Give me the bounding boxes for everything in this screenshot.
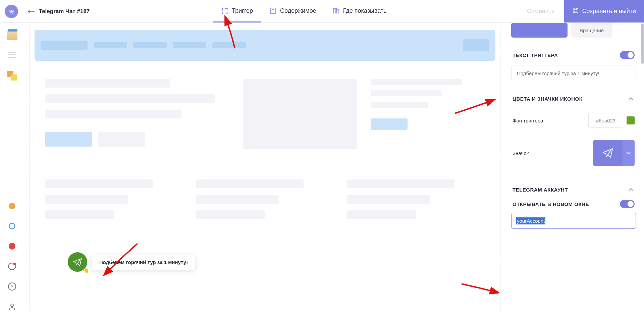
- chevron-up-icon[interactable]: [627, 95, 635, 102]
- squares-icon: [7, 71, 17, 81]
- tab-where[interactable]: Где показывать: [324, 0, 395, 22]
- sidebar-item-user[interactable]: [7, 301, 17, 312]
- user-icon: [8, 303, 16, 311]
- dot-orange-icon: [9, 203, 15, 209]
- trigger-bubble[interactable]: 👆: [68, 252, 87, 272]
- save-button[interactable]: Сохранить и выйти: [564, 0, 644, 22]
- svg-point-4: [226, 12, 228, 14]
- save-icon: [572, 7, 579, 15]
- scrollbar[interactable]: [641, 23, 644, 64]
- tab-trigger[interactable]: Триггер: [213, 0, 261, 22]
- back-arrow-icon[interactable]: [27, 7, 36, 16]
- tab-label: Где показывать: [343, 7, 387, 14]
- tab-content[interactable]: Содержимое: [261, 0, 324, 22]
- trigger-icon: [221, 7, 228, 14]
- where-icon: [332, 7, 340, 14]
- page-title: Telegram Чат #187: [39, 8, 90, 15]
- toggle-trigger-text[interactable]: [620, 51, 635, 59]
- trigger-widget-preview[interactable]: 👆 Подберем горячий тур за 1 минуту!: [68, 252, 195, 272]
- trigger-text-preview: Подберем горячий тур за 1 минуту!: [92, 255, 195, 270]
- icon-label: Значок: [513, 150, 529, 156]
- lines-icon: [8, 52, 16, 59]
- settings-panel: Вращение ТЕКСТ ТРИГГЕРА ЦВЕТА И ЗНАЧКИ И…: [506, 23, 641, 312]
- dot-red-icon: [9, 243, 15, 250]
- telegram-icon: [602, 147, 613, 159]
- sidebar-item-orange[interactable]: [7, 201, 17, 211]
- chevron-down-icon: [626, 152, 631, 154]
- ring-blue-icon: [9, 223, 15, 229]
- cursor-icon: 👆: [83, 267, 89, 273]
- section-new-window: ОТКРЫВАТЬ В НОВОМ ОКНЕ: [513, 201, 589, 207]
- left-sidebar: ?: [0, 23, 24, 312]
- chip-appearance[interactable]: [511, 23, 568, 38]
- telegram-account-input[interactable]: yourAccount: [511, 213, 636, 229]
- toggle-new-window[interactable]: [620, 200, 635, 208]
- svg-point-2: [226, 8, 228, 9]
- help-icon: ?: [8, 282, 16, 291]
- section-telegram-account: TELEGRAM АККАУНТ: [513, 187, 568, 193]
- bg-color-hex-input[interactable]: [588, 113, 623, 128]
- box-icon: [7, 31, 17, 40]
- user-avatar[interactable]: my: [5, 5, 18, 18]
- icon-dropdown[interactable]: [623, 140, 635, 166]
- sidebar-item-lines[interactable]: [7, 50, 17, 61]
- tab-label: Триггер: [232, 7, 253, 14]
- sidebar-item-ring[interactable]: [7, 221, 17, 231]
- sidebar-item-box[interactable]: [7, 30, 17, 41]
- svg-point-1: [222, 8, 223, 9]
- sidebar-item-red[interactable]: [7, 241, 17, 252]
- chip-rotation[interactable]: Вращение: [571, 23, 612, 38]
- section-trigger-text: ТЕКСТ ТРИГГЕРА: [513, 52, 558, 58]
- sidebar-item-help[interactable]: ?: [7, 281, 17, 292]
- svg-rect-0: [222, 8, 227, 13]
- account-value: yourAccount: [516, 217, 545, 224]
- svg-point-3: [222, 12, 223, 14]
- cancel-button[interactable]: Отменить: [518, 0, 564, 22]
- chat-icon: [8, 263, 16, 270]
- sidebar-item-colored[interactable]: [7, 70, 17, 81]
- telegram-icon: [73, 257, 82, 267]
- tab-label: Содержимое: [280, 7, 316, 14]
- save-label: Сохранить и выйти: [582, 8, 636, 15]
- trigger-text-input[interactable]: [511, 65, 636, 81]
- bg-color-swatch[interactable]: [627, 116, 635, 124]
- sidebar-item-chat[interactable]: [7, 261, 17, 272]
- svg-point-8: [11, 304, 13, 307]
- placeholder-banner: [35, 30, 495, 61]
- section-colors: ЦВЕТА И ЗНАЧКИ ИКОНОК: [513, 96, 582, 102]
- bg-color-label: Фон триггера: [513, 118, 543, 123]
- content-icon: [269, 7, 277, 14]
- icon-preview[interactable]: [593, 140, 623, 166]
- chevron-up-icon[interactable]: [627, 186, 635, 193]
